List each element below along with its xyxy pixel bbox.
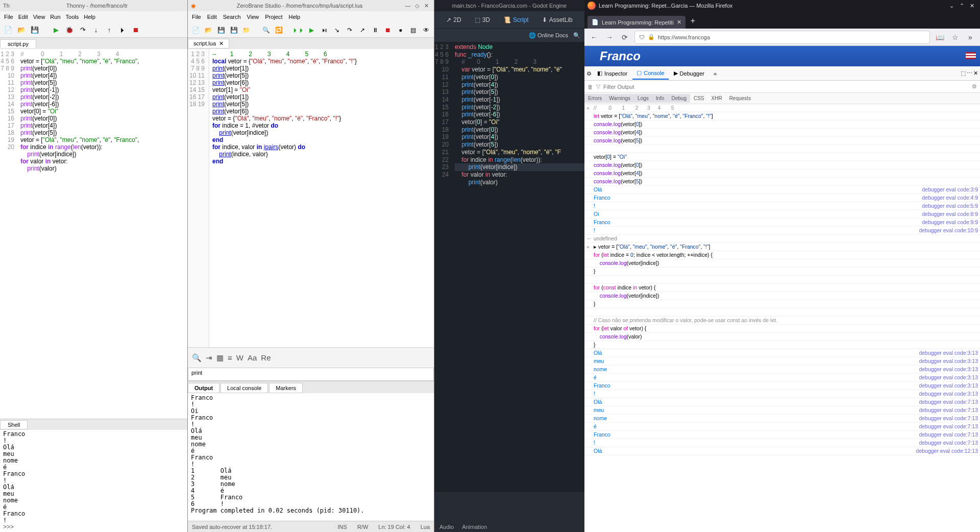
zerobrane-code[interactable]: -- 1 2 3 4 5 6local vetor = {"Olá", "meu… xyxy=(209,49,434,347)
step-over-icon[interactable]: ↷ xyxy=(78,25,88,35)
online-docs-link[interactable]: 🌐 Online Docs xyxy=(529,32,568,39)
menu-view[interactable]: View xyxy=(247,14,259,20)
shield-icon[interactable]: 🛡 xyxy=(639,34,645,40)
find-icon[interactable]: 🔍 xyxy=(261,25,271,35)
filter-xhr[interactable]: XHR xyxy=(708,94,726,103)
zerobrane-search-input[interactable]: print xyxy=(188,368,434,381)
devtab-debugger[interactable]: ▶Debugger xyxy=(670,67,708,79)
case-toggle[interactable]: Aa xyxy=(248,353,257,362)
zerobrane-output[interactable]: Franco ! Oi Franco ! Olá meu nome é Fran… xyxy=(188,393,434,521)
step-into-icon[interactable]: ↘ xyxy=(332,25,342,35)
close-icon[interactable]: ✕ xyxy=(422,3,431,9)
menu-view[interactable]: View xyxy=(33,14,45,20)
run-to-cursor-icon[interactable]: ⏯ xyxy=(320,25,329,35)
close-tab-icon[interactable]: ✕ xyxy=(219,40,224,47)
mode-script[interactable]: 📜Script xyxy=(499,14,533,26)
zerobrane-tab-script[interactable]: script.lua ✕ xyxy=(188,39,229,49)
stop-icon[interactable]: ⏹ xyxy=(383,25,393,35)
mode-3d[interactable]: ⬚3D xyxy=(471,14,494,26)
menu-tools[interactable]: Tools xyxy=(66,14,79,20)
language-flag-icon[interactable] xyxy=(966,52,976,59)
mode-assetlib[interactable]: ⬇AssetLib xyxy=(538,14,577,26)
find-in-file-icon[interactable]: 🔍 xyxy=(192,353,202,362)
maximize-icon[interactable]: ⌃ xyxy=(957,3,967,9)
break-icon[interactable]: ⏸ xyxy=(371,25,380,35)
step-out-icon[interactable]: ↗ xyxy=(358,25,368,35)
maximize-icon[interactable]: ◇ xyxy=(412,3,422,9)
output-tab-markers[interactable]: Markers xyxy=(269,383,303,393)
thonny-shell-tab[interactable]: Shell xyxy=(0,420,28,429)
settings-icon[interactable]: ⚙ xyxy=(972,83,977,90)
devtools-menu-icon[interactable]: ⋯ xyxy=(967,70,972,77)
save-all-icon[interactable]: 💾 xyxy=(229,25,239,35)
bookmark-icon[interactable]: ☆ xyxy=(949,32,961,43)
new-tab-button[interactable]: + xyxy=(688,13,698,29)
filter-info[interactable]: Info xyxy=(652,94,668,103)
bottom-tab-audio[interactable]: Audio xyxy=(439,524,454,530)
firefox-tab[interactable]: 📄 Learn Programming: Repetiti ✕ xyxy=(587,16,685,29)
menu-edit[interactable]: Edit xyxy=(18,14,28,20)
save-file-icon[interactable]: 💾 xyxy=(216,25,226,35)
new-file-icon[interactable]: 📄 xyxy=(3,25,13,35)
devtab-more[interactable]: » xyxy=(709,68,721,79)
resume-icon[interactable]: ⏵ xyxy=(117,25,128,35)
filter-requests[interactable]: Requests xyxy=(726,94,754,103)
console-output[interactable]: »// 0 1 2 3 4 5let vetor = ["Olá", "meu"… xyxy=(584,104,980,532)
trash-icon[interactable]: 🗑 xyxy=(587,84,593,90)
lock-icon[interactable]: 🔒 xyxy=(648,34,655,40)
filter-logs[interactable]: Logs xyxy=(634,94,652,103)
devtab-console[interactable]: ▢Console xyxy=(632,67,668,80)
regex-toggle[interactable]: Re xyxy=(261,353,271,362)
zerobrane-editor[interactable]: 1 2 3 4 5 6 7 8 9 10 11 12 13 14 15 16 1… xyxy=(188,49,434,347)
menu-project[interactable]: Project xyxy=(265,14,282,20)
project-dir-icon[interactable]: 📁 xyxy=(242,25,252,35)
filter-warnings[interactable]: Warnings xyxy=(605,94,634,103)
output-tab-output[interactable]: Output xyxy=(188,383,219,393)
overflow-icon[interactable]: » xyxy=(965,32,976,43)
search-docs-icon[interactable]: 🔍 xyxy=(573,32,580,39)
filter-debug[interactable]: Debug xyxy=(668,94,690,103)
thonny-shell[interactable]: Franco ! Olá meu nome é Franco ! Olá meu… xyxy=(0,430,187,532)
reload-button[interactable]: ⟳ xyxy=(619,32,630,43)
filter-errors[interactable]: Errors xyxy=(584,94,605,103)
start-debug-icon[interactable]: ▶ xyxy=(307,25,316,35)
new-file-icon[interactable]: 📄 xyxy=(191,25,201,35)
mode-2d[interactable]: ↗2D xyxy=(442,14,465,26)
replace-icon[interactable]: 🔁 xyxy=(274,25,284,35)
godot-editor[interactable]: 1 2 3 4 5 6 7 8 9 10 11 12 13 14 15 16 1… xyxy=(434,42,584,491)
save-file-icon[interactable]: 💾 xyxy=(30,25,40,35)
bookmark-icon[interactable]: ≡ xyxy=(228,353,232,362)
forward-button[interactable]: → xyxy=(604,32,615,43)
close-tab-icon[interactable]: ✕ xyxy=(677,19,681,26)
devtools-close-icon[interactable]: ✕ xyxy=(973,70,978,77)
minimize-icon[interactable]: ⌄ xyxy=(946,3,957,9)
step-out-icon[interactable]: ↑ xyxy=(104,25,114,35)
address-bar[interactable]: 🛡 🔒 https://www.francoga xyxy=(634,31,930,44)
menu-run[interactable]: Run xyxy=(50,14,60,20)
menu-file[interactable]: File xyxy=(192,14,201,20)
output-tab-local-console[interactable]: Local console xyxy=(220,383,268,393)
step-over-icon[interactable]: ↷ xyxy=(345,25,355,35)
devtools-picker-icon[interactable]: ⯐ xyxy=(586,70,592,77)
menu-help[interactable]: Help xyxy=(288,14,300,20)
stack-icon[interactable]: ▤ xyxy=(408,25,418,35)
toggle-breakpoint-icon[interactable]: ● xyxy=(396,25,405,35)
dock-icon[interactable]: ⬚ xyxy=(961,70,966,77)
minimize-icon[interactable]: — xyxy=(403,3,412,9)
thonny-tab-script[interactable]: script.py xyxy=(0,39,36,48)
watch-icon[interactable]: 👁 xyxy=(421,25,431,35)
godot-code[interactable]: extends Nodefunc _ready(): # 0 1 2 3 var… xyxy=(452,42,584,491)
run-icon[interactable]: ⏵⏵ xyxy=(293,25,304,35)
open-file-icon[interactable]: 📂 xyxy=(16,25,27,35)
back-button[interactable]: ← xyxy=(589,32,600,43)
filter-input[interactable] xyxy=(603,84,969,90)
thonny-code[interactable]: # 0 1 2 3 4vetor = ["Olá", "meu", "nome"… xyxy=(18,49,187,419)
fold-icon[interactable]: ▦ xyxy=(216,353,224,362)
run-icon[interactable]: ▶ xyxy=(51,25,61,35)
thonny-editor[interactable]: 1 2 3 4 5 6 7 8 9 10 11 12 13 14 15 16 1… xyxy=(0,49,187,419)
whole-word-toggle[interactable]: W xyxy=(236,353,243,362)
devtab-inspector[interactable]: ◧Inspector xyxy=(593,67,631,79)
debug-icon[interactable]: 🐞 xyxy=(64,25,75,35)
open-file-icon[interactable]: 📂 xyxy=(204,25,213,35)
bottom-tab-animation[interactable]: Animation xyxy=(462,524,487,530)
